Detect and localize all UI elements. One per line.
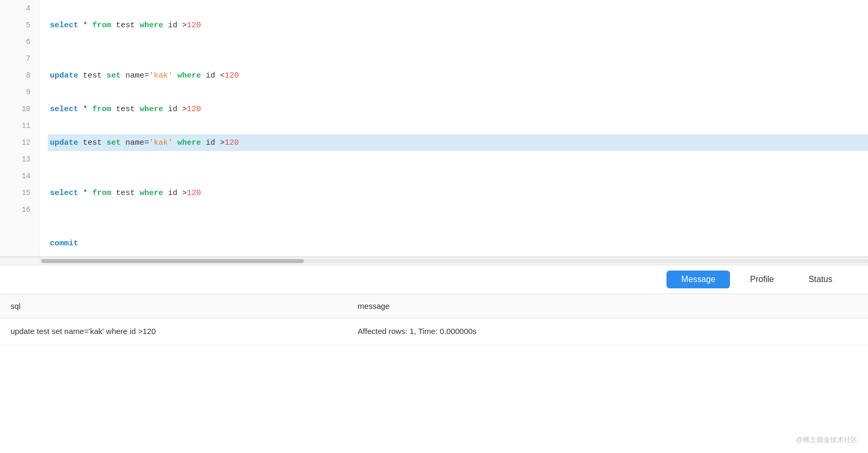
line-number <box>0 218 39 235</box>
code-line <box>50 168 868 185</box>
results-table: sql message update test set name='kak' w… <box>0 294 868 344</box>
code-line <box>50 151 868 168</box>
main-container: 45678910111213141516 select * from test … <box>0 0 868 453</box>
tab-profile[interactable]: Profile <box>735 271 788 288</box>
line-number: 4 <box>0 0 39 17</box>
code-line <box>50 50 868 67</box>
code-line: select * from test where id >120 <box>50 101 868 117</box>
tab-message[interactable]: Message <box>666 271 730 288</box>
line-numbers: 45678910111213141516 <box>0 0 39 256</box>
line-number: 13 <box>0 151 39 168</box>
line-number: 8 <box>0 67 39 84</box>
code-area[interactable]: select * from test where id >120update t… <box>39 0 868 256</box>
table-row: update test set name='kak' where id >120… <box>0 318 868 344</box>
code-line: update test set name='kak' where id <120 <box>50 67 868 84</box>
tabs-area: Message Profile Status <box>0 265 868 294</box>
line-number: 7 <box>0 50 39 67</box>
col-header-message: message <box>347 294 868 318</box>
horizontal-scrollbar[interactable] <box>0 257 868 265</box>
line-number: 9 <box>0 84 39 101</box>
line-number: 5 <box>0 17 39 34</box>
code-line: select * from test where id >120 <box>50 185 868 201</box>
line-number: 6 <box>0 34 39 50</box>
code-line <box>50 34 868 50</box>
col-header-sql: sql <box>0 294 347 318</box>
h-scrollbar-thumb[interactable] <box>41 259 304 263</box>
code-line: select * from test where id >120 <box>50 17 868 34</box>
line-number: 14 <box>0 168 39 185</box>
watermark: @稀土掘金技术社区 <box>796 435 858 445</box>
h-scrollbar-track <box>39 259 868 263</box>
code-line <box>50 218 868 235</box>
code-line: update test set name='kak' where id >120 <box>48 134 868 151</box>
code-line <box>50 84 868 101</box>
line-number: 15 <box>0 185 39 201</box>
code-line <box>50 201 868 218</box>
line-number: 10 <box>0 101 39 117</box>
editor-area: 45678910111213141516 select * from test … <box>0 0 868 257</box>
tab-status[interactable]: Status <box>794 271 847 288</box>
cell-message: Affected rows: 1, Time: 0.000000s <box>347 318 868 344</box>
cell-sql: update test set name='kak' where id >120 <box>0 318 347 344</box>
code-line <box>50 0 868 17</box>
results-area: sql message update test set name='kak' w… <box>0 294 868 453</box>
code-line <box>50 117 868 134</box>
line-number: 16 <box>0 201 39 218</box>
code-line: commit <box>50 235 868 252</box>
line-number <box>0 235 39 252</box>
line-number: 12 <box>0 134 39 151</box>
line-number: 11 <box>0 117 39 134</box>
